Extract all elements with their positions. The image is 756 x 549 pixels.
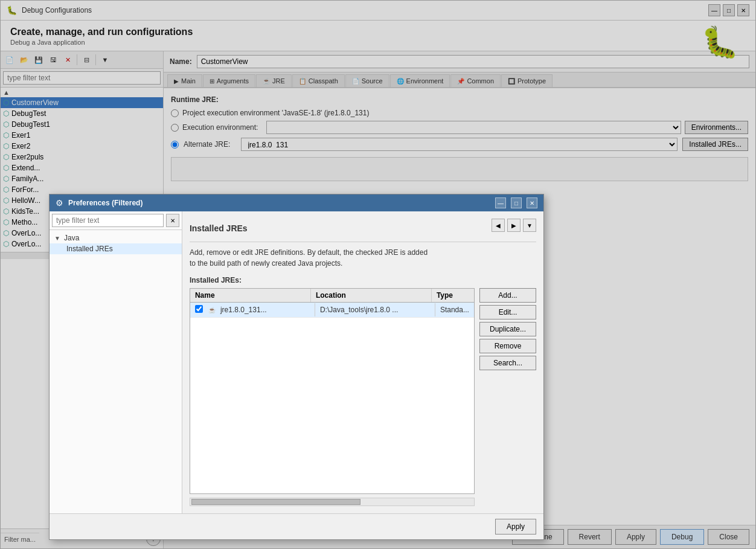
pref-close-btn[interactable]: ✕ — [527, 197, 537, 208]
pref-maximize-btn[interactable]: □ — [511, 197, 522, 208]
jre-checkbox[interactable] — [195, 305, 203, 313]
pref-right-content: Installed JREs ◀ ▶ ▼ Add, remove or edit… — [182, 211, 543, 513]
pref-apply-btn[interactable]: Apply — [495, 519, 536, 535]
pref-installed-jres-section-label: Installed JREs: — [190, 276, 536, 284]
pref-filter-input[interactable] — [52, 214, 164, 227]
jre-row-type: Standa... — [435, 303, 474, 316]
jre-area: Name Location Type ☕ jre1.8.0_131... — [190, 288, 536, 506]
col-type: Type — [432, 289, 474, 302]
pref-tree-installed-jres[interactable]: Installed JREs — [50, 243, 182, 254]
pref-back-btn[interactable]: ◀ — [492, 219, 505, 232]
pref-tree: ▼ Java Installed JREs — [50, 230, 182, 513]
pref-title: Preferences (Filtered) — [68, 199, 490, 207]
preferences-dialog: ⚙ Preferences (Filtered) — □ ✕ ✕ ▼ Java — [49, 194, 544, 540]
edit-jre-btn[interactable]: Edit... — [479, 305, 536, 319]
jre-table-hscrollbar[interactable] — [190, 498, 475, 506]
pref-nav-down-btn[interactable]: ▼ — [523, 219, 536, 232]
pref-filter-clear-btn[interactable]: ✕ — [166, 214, 179, 227]
pref-footer: Apply — [50, 513, 543, 539]
pref-tree-java-label: Java — [64, 234, 79, 242]
pref-body: ✕ ▼ Java Installed JREs Installed JREs — [50, 211, 543, 513]
pref-filter-bar: ✕ — [50, 211, 182, 230]
add-jre-btn[interactable]: Add... — [479, 288, 536, 303]
pref-left-nav: ✕ ▼ Java Installed JREs — [50, 211, 182, 513]
scrollbar-thumb[interactable] — [191, 499, 360, 505]
duplicate-jre-btn[interactable]: Duplicate... — [479, 322, 536, 336]
jre-table-empty-area — [190, 318, 474, 438]
main-window: 🐛 Debug Configurations — □ ✕ Create, man… — [0, 0, 756, 549]
remove-jre-btn[interactable]: Remove — [479, 339, 536, 353]
col-name: Name — [190, 289, 311, 302]
expand-icon: ▼ — [54, 235, 62, 242]
jre-checkbox-cell — [190, 303, 208, 317]
pref-forward-btn[interactable]: ▶ — [507, 219, 521, 232]
pref-right-title: Installed JREs — [190, 223, 248, 233]
jre-row-name: jre1.8.0_131... — [218, 303, 315, 316]
pref-minimize-btn[interactable]: — — [495, 197, 506, 208]
pref-installed-jres-label: Installed JREs — [66, 245, 113, 253]
pref-title-bar: ⚙ Preferences (Filtered) — □ ✕ — [50, 194, 543, 211]
pref-action-buttons: Add... Edit... Duplicate... Remove Searc… — [479, 288, 536, 506]
jre-table-row[interactable]: ☕ jre1.8.0_131... D:\Java_tools\jre1.8.0… — [190, 303, 474, 318]
jre-table-header: Name Location Type — [190, 289, 474, 303]
pref-icon: ⚙ — [56, 198, 63, 208]
jre-row-icon: ☕ — [208, 307, 218, 313]
pref-nav-bar: ◀ ▶ ▼ — [492, 219, 536, 232]
search-jre-btn[interactable]: Search... — [479, 356, 536, 370]
col-location: Location — [311, 289, 432, 302]
pref-description: Add, remove or edit JRE definitions. By … — [190, 247, 536, 269]
pref-tree-java[interactable]: ▼ Java — [50, 233, 182, 243]
jre-row-location: D:\Java_tools\jre1.8.0 ... — [315, 303, 435, 316]
jre-table: Name Location Type ☕ jre1.8.0_131... — [190, 288, 475, 494]
